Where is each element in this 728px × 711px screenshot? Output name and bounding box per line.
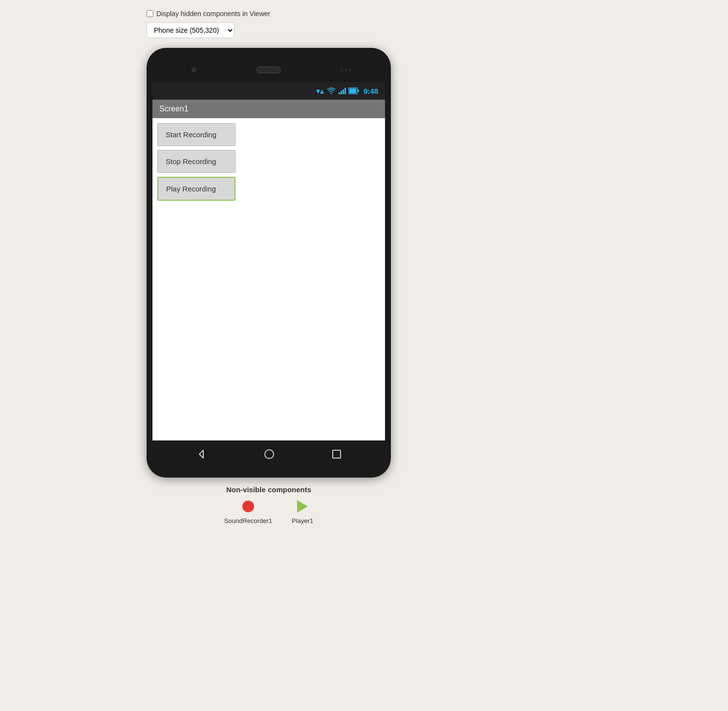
status-bar: ▾▴ <box>152 82 385 100</box>
hidden-components-label: Display hidden components in Viewer <box>156 10 270 18</box>
phone-screen: ▾▴ <box>152 82 385 440</box>
record-dot-icon <box>242 501 254 512</box>
wifi-icon <box>326 87 336 94</box>
phone-camera <box>192 67 196 72</box>
phone-dots <box>341 69 351 71</box>
non-visible-components: SoundRecorder1 Player1 <box>224 499 313 524</box>
phone-dot <box>344 69 347 71</box>
app-content: Start Recording Stop Recording Play Reco… <box>152 118 385 440</box>
phone-wrapper: ▾▴ <box>147 48 391 524</box>
sound-recorder-item: SoundRecorder1 <box>224 499 272 524</box>
battery-icon <box>348 87 359 94</box>
start-recording-button[interactable]: Start Recording <box>157 123 236 146</box>
status-time: 9:48 <box>364 87 378 95</box>
phone-nav-bar <box>152 440 385 468</box>
circle-icon <box>264 449 274 459</box>
phone-top-bar <box>152 58 385 82</box>
play-triangle-icon <box>297 500 308 513</box>
svg-point-0 <box>330 93 332 94</box>
app-titlebar: Screen1 <box>152 100 385 118</box>
hidden-components-checkbox[interactable] <box>147 10 153 17</box>
phone-dot <box>341 69 343 71</box>
recents-nav-icon[interactable] <box>332 450 341 459</box>
stop-recording-button[interactable]: Stop Recording <box>157 150 236 173</box>
phone-dot <box>348 69 351 71</box>
app-screen: Screen1 Start Recording Stop Recording P… <box>152 100 385 440</box>
player-icon <box>295 499 310 514</box>
play-recording-button[interactable]: Play Recording <box>157 177 236 201</box>
player-item: Player1 <box>292 499 313 524</box>
home-nav-icon[interactable] <box>264 449 274 459</box>
svg-rect-2 <box>358 89 359 92</box>
wifi-icon: ▾▴ <box>316 86 324 96</box>
phone-speaker <box>257 66 281 73</box>
top-controls: Display hidden components in Viewer Phon… <box>147 10 270 38</box>
status-icons: ▾▴ <box>316 86 378 96</box>
square-icon <box>332 450 341 459</box>
phone-device: ▾▴ <box>147 48 391 478</box>
size-select[interactable]: Phone size (505,320) Tablet size (1024,6… <box>147 22 235 38</box>
non-visible-title: Non-visible components <box>226 485 311 494</box>
sound-recorder-label: SoundRecorder1 <box>224 517 272 524</box>
svg-marker-4 <box>199 450 203 458</box>
signal-bars-icon <box>339 87 346 94</box>
checkbox-row: Display hidden components in Viewer <box>147 10 270 18</box>
back-nav-icon[interactable] <box>196 449 206 459</box>
non-visible-section: Non-visible components SoundRecorder1 Pl… <box>224 485 313 524</box>
player-label: Player1 <box>292 517 313 524</box>
sound-recorder-icon <box>240 499 256 514</box>
svg-rect-3 <box>349 88 356 93</box>
